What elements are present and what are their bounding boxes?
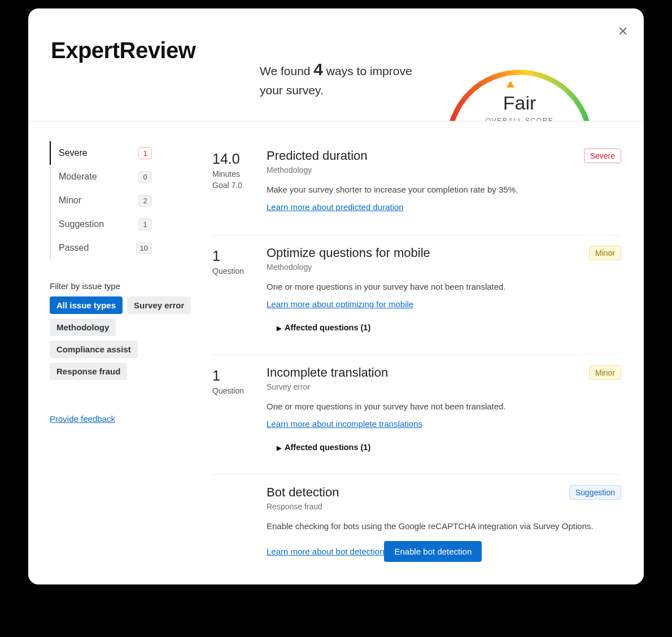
- issue-body: Optimize questions for mobileMethodology…: [267, 246, 621, 332]
- severity-row-moderate[interactable]: Moderate0: [50, 165, 160, 189]
- learn-more-link[interactable]: Learn more about optimizing for mobile: [267, 299, 413, 309]
- panel-header: ExpertReview We found 4 ways to improve …: [28, 8, 644, 121]
- issue-meta: 1Question: [212, 365, 267, 452]
- learn-more-link[interactable]: Learn more about incomplete translations: [267, 419, 422, 429]
- svg-marker-0: [507, 81, 514, 88]
- issue-metric-value: 14.0: [212, 151, 267, 167]
- filter-chips: All issue typesSurvey errorMethodologyCo…: [50, 296, 202, 380]
- issue-metric-unit: Question: [212, 386, 267, 395]
- affected-questions-label: Affected questions (1): [285, 323, 370, 332]
- issue-title: Optimize questions for mobile: [267, 246, 430, 260]
- severity-label: Suggestion: [59, 219, 104, 229]
- affected-questions-toggle[interactable]: ▶Affected questions (1): [277, 443, 621, 452]
- caret-right-icon: ▶: [277, 444, 281, 452]
- provide-feedback-link[interactable]: Provide feedback: [50, 414, 115, 424]
- issue-metric-unit: Question: [212, 267, 267, 276]
- severity-label: Minor: [59, 195, 81, 206]
- affected-questions-toggle[interactable]: ▶Affected questions (1): [277, 323, 621, 332]
- issue-metric-value: 1: [212, 248, 267, 264]
- issue-metric-unit: Minutes: [212, 169, 267, 178]
- issue-list: 14.0MinutesGoal 7.0Predicted durationMet…: [202, 133, 621, 584]
- severity-count: 1: [138, 147, 152, 159]
- issue-body: Bot detectionResponse fraudSuggestionEna…: [267, 485, 621, 562]
- expert-review-panel: ✕ ExpertReview We found 4 ways to improv…: [28, 8, 644, 584]
- issue-metric-value: 1: [212, 368, 267, 384]
- issue-category: Survey error: [267, 382, 388, 391]
- issue-description: One or more questions in your survey hav…: [267, 402, 621, 411]
- issue-category: Methodology: [267, 165, 368, 174]
- issue-card: 14.0MinutesGoal 7.0Predicted durationMet…: [212, 138, 621, 235]
- learn-more-link[interactable]: Learn more about bot detection: [267, 547, 384, 556]
- summary-count: 4: [313, 60, 323, 78]
- severity-count: 1: [138, 219, 152, 230]
- sidebar: Severe1Moderate0Minor2Suggestion1Passed1…: [50, 133, 202, 584]
- issue-category: Response fraud: [267, 502, 339, 511]
- score-value: Fair: [418, 92, 621, 114]
- learn-more-link[interactable]: Learn more about predicted duration: [267, 202, 404, 212]
- severity-badge: Minor: [589, 246, 621, 260]
- filter-chip-compliance-assist[interactable]: Compliance assist: [50, 341, 138, 358]
- severity-badge: Suggestion: [569, 485, 621, 500]
- issue-title: Bot detection: [267, 485, 339, 500]
- affected-questions-label: Affected questions (1): [285, 443, 370, 452]
- caret-right-icon: ▶: [277, 325, 281, 332]
- issue-meta: 14.0MinutesGoal 7.0: [212, 149, 267, 212]
- issue-body: Predicted durationMethodologySevereMake …: [267, 149, 621, 212]
- issue-body: Incomplete translationSurvey errorMinorO…: [267, 365, 621, 452]
- issue-description: Enable checking for bots using the Googl…: [267, 521, 621, 531]
- severity-row-passed[interactable]: Passed10: [50, 236, 160, 260]
- issue-meta: 1Question: [212, 246, 267, 332]
- summary-text: We found 4 ways to improve your survey.: [260, 30, 418, 99]
- severity-label: Severe: [59, 148, 88, 158]
- severity-row-severe[interactable]: Severe1: [50, 141, 160, 165]
- issue-metric-extra: Goal 7.0: [212, 181, 267, 190]
- score-gauge: Fair OVERALL SCORE: [418, 30, 621, 121]
- filter-chip-response-fraud[interactable]: Response fraud: [50, 363, 127, 380]
- filter-chip-survey-error[interactable]: Survey error: [127, 296, 191, 314]
- issue-description: One or more questions in your survey hav…: [267, 282, 621, 291]
- issue-card: 1QuestionIncomplete translationSurvey er…: [212, 355, 621, 475]
- score-sublabel: OVERALL SCORE: [418, 117, 621, 121]
- severity-count: 0: [138, 171, 152, 183]
- issue-card: 1QuestionOptimize questions for mobileMe…: [212, 235, 621, 355]
- severity-count: 2: [138, 195, 152, 207]
- issue-category: Methodology: [267, 263, 430, 272]
- severity-row-minor[interactable]: Minor2: [50, 189, 160, 212]
- issue-meta: [212, 485, 267, 562]
- issue-title: Predicted duration: [267, 149, 368, 163]
- issue-description: Make your survey shorter to increase you…: [267, 185, 621, 194]
- summary-prefix: We found: [260, 64, 313, 77]
- filter-heading: Filter by issue type: [50, 281, 202, 291]
- filter-chip-methodology[interactable]: Methodology: [50, 318, 116, 336]
- filter-chip-all-issue-types[interactable]: All issue types: [50, 296, 123, 314]
- severity-label: Moderate: [59, 172, 97, 182]
- severity-list: Severe1Moderate0Minor2Suggestion1Passed1…: [50, 141, 202, 260]
- issue-title: Incomplete translation: [267, 365, 388, 380]
- severity-count: 10: [136, 242, 152, 254]
- enable-bot-detection-button[interactable]: Enable bot detection: [384, 541, 482, 562]
- severity-label: Passed: [59, 243, 89, 253]
- severity-badge: Minor: [589, 365, 621, 380]
- issue-card: Bot detectionResponse fraudSuggestionEna…: [212, 475, 621, 584]
- severity-badge: Severe: [584, 149, 621, 163]
- logo-text: ExpertReview: [51, 30, 260, 63]
- severity-row-suggestion[interactable]: Suggestion1: [50, 212, 160, 236]
